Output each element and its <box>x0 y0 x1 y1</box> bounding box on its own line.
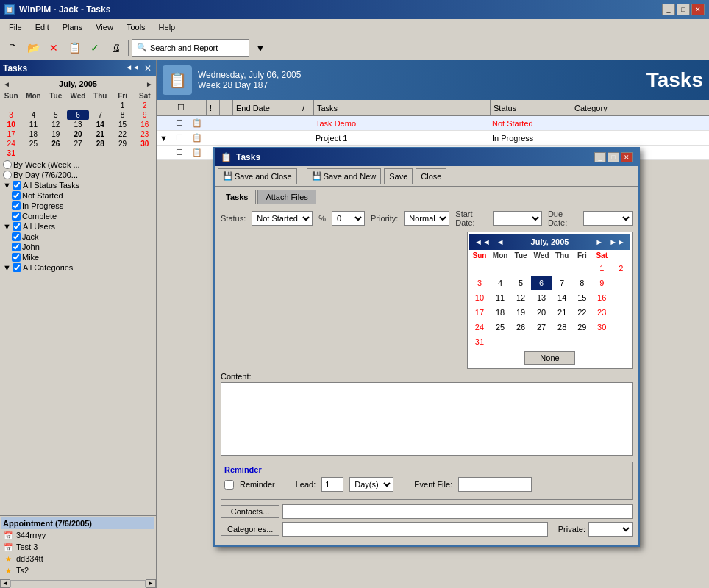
cal-day[interactable]: 29 <box>111 139 133 148</box>
radio-by-day[interactable] <box>3 171 12 179</box>
cal-dd-day[interactable]: 1 <box>592 261 612 276</box>
cal-day[interactable]: 21 <box>89 129 111 139</box>
cal-dd-day[interactable]: 21 <box>552 305 572 320</box>
cal-dd-day[interactable]: 3 <box>469 276 490 290</box>
lead-input[interactable] <box>321 477 343 492</box>
cal-dd-day[interactable] <box>510 261 531 276</box>
event-file-input[interactable] <box>458 477 532 492</box>
cal-day[interactable]: 20 <box>67 129 89 139</box>
cal-dd-day[interactable]: 4 <box>490 276 510 290</box>
cal-dd-day[interactable]: 9 <box>592 276 612 290</box>
cal-day[interactable]: 17 <box>0 129 22 139</box>
tree-user-john[interactable]: John <box>10 242 154 252</box>
none-button[interactable]: None <box>524 351 574 365</box>
cal-dd-prev-prev[interactable]: ◄◄ <box>472 237 493 246</box>
dialog-minimize[interactable]: _ <box>594 152 606 162</box>
copy-button[interactable]: 📋 <box>65 38 84 57</box>
cal-dd-day[interactable]: 7 <box>552 276 572 290</box>
categories-button[interactable]: Categories... <box>221 523 279 536</box>
tree-all-users[interactable]: ▼ All Users <box>1 221 154 232</box>
cal-day[interactable] <box>89 101 111 110</box>
cal-dd-next[interactable]: ► <box>593 237 605 246</box>
tree-user-jack[interactable]: Jack <box>10 232 154 242</box>
cal-day[interactable]: 23 <box>134 129 156 139</box>
col-h-status[interactable]: Status <box>491 100 571 115</box>
cal-dd-day[interactable] <box>552 261 572 276</box>
content-textarea[interactable] <box>221 382 633 456</box>
cal-dd-day[interactable]: 5 <box>510 276 531 290</box>
cal-day[interactable]: 22 <box>111 129 133 139</box>
cal-day[interactable]: 9 <box>134 110 156 120</box>
private-select[interactable] <box>588 522 633 537</box>
tree-all-categories[interactable]: ▼ All Categories <box>1 262 154 273</box>
scroll-right-btn[interactable]: ► <box>146 579 156 588</box>
cal-next-month[interactable]: ► <box>144 80 154 88</box>
cal-dd-day[interactable]: 22 <box>572 305 592 320</box>
tree-by-week[interactable]: By Week (Week ... <box>1 159 154 170</box>
cal-day[interactable] <box>67 101 89 110</box>
cal-day[interactable]: 25 <box>22 139 44 148</box>
cb-all-users[interactable] <box>13 222 21 231</box>
cal-dd-today[interactable]: 6 <box>531 276 552 290</box>
row-check[interactable]: ☐ <box>173 133 189 143</box>
cal-day[interactable]: 26 <box>45 139 67 148</box>
col-h-enddate[interactable]: End Date <box>233 100 299 115</box>
cb-mike[interactable] <box>12 253 21 262</box>
maximize-button[interactable]: □ <box>677 4 690 15</box>
cal-day[interactable]: 8 <box>111 110 133 120</box>
start-date-select[interactable] <box>493 211 542 226</box>
table-row[interactable]: ▼ ☐ 📋 Project 1 In Progress <box>157 131 709 146</box>
cal-day[interactable]: 30 <box>134 139 156 148</box>
col-h-category[interactable]: Category <box>571 100 652 115</box>
cal-dd-day[interactable] <box>469 261 490 276</box>
search-dropdown[interactable]: ▼ <box>251 38 270 57</box>
appt-item-2[interactable]: ★ dd334tt <box>1 553 154 564</box>
status-select[interactable]: Not Started In Progress Complete Cancell… <box>252 211 313 226</box>
search-report-button[interactable]: 🔍 Search and Report <box>132 39 249 57</box>
cal-dd-day[interactable]: 16 <box>592 290 612 305</box>
row-expand[interactable]: ▼ <box>157 134 173 143</box>
close-button[interactable]: ✕ <box>691 4 705 15</box>
cal-day[interactable]: 28 <box>89 139 111 148</box>
cal-day[interactable] <box>45 101 67 110</box>
cal-dd-day[interactable] <box>531 261 552 276</box>
menu-tools[interactable]: Tools <box>121 21 152 33</box>
cal-dd-day[interactable]: 17 <box>469 305 490 320</box>
cal-dd-day[interactable]: 12 <box>510 290 531 305</box>
cal-day[interactable]: 27 <box>67 139 89 148</box>
percent-select[interactable]: 0102030 40506070 8090100 <box>332 211 365 226</box>
close-dialog-button[interactable]: Close <box>416 168 446 184</box>
table-row[interactable]: ☐ 📋 Task Demo Not Started <box>157 116 709 131</box>
menu-plans[interactable]: Plans <box>57 21 89 33</box>
cal-day[interactable]: 12 <box>45 120 67 129</box>
tree-all-status[interactable]: ▼ All Status Tasks <box>1 180 154 190</box>
left-panel-scrollbar[interactable]: ◄ ► <box>0 578 156 588</box>
col-h-check[interactable]: ☐ <box>174 100 190 115</box>
cal-dd-prev[interactable]: ◄ <box>494 237 507 246</box>
scroll-left-btn[interactable]: ◄ <box>0 579 10 588</box>
cal-day[interactable]: 19 <box>45 129 67 139</box>
cal-dd-day[interactable]: 23 <box>592 305 612 320</box>
cal-dd-day[interactable]: 14 <box>552 290 572 305</box>
cal-dd-day[interactable]: 8 <box>572 276 592 290</box>
tab-attach-files[interactable]: Attach Files <box>257 190 316 204</box>
delete-button[interactable]: ✕ <box>44 38 63 57</box>
dialog-close[interactable]: ✕ <box>621 152 633 162</box>
cal-dd-day[interactable]: 26 <box>510 320 531 334</box>
cal-dd-day[interactable]: 11 <box>490 290 510 305</box>
row-check[interactable]: ☐ <box>173 148 189 157</box>
cal-day[interactable]: 31 <box>0 148 22 158</box>
cal-day[interactable] <box>0 101 22 110</box>
cal-day[interactable]: 18 <box>22 129 44 139</box>
row-check[interactable]: ☐ <box>173 118 189 128</box>
cal-dd-day[interactable]: 28 <box>552 320 572 334</box>
cal-dd-day[interactable]: 31 <box>469 334 490 349</box>
cal-day[interactable]: 15 <box>111 120 133 129</box>
cb-complete[interactable] <box>12 212 21 220</box>
dialog-maximize[interactable]: □ <box>608 152 619 162</box>
cal-dd-day[interactable]: 30 <box>592 320 612 334</box>
cal-day[interactable]: 10 <box>0 120 22 129</box>
cal-close[interactable]: ✕ <box>143 63 153 74</box>
cal-day[interactable]: 4 <box>22 110 44 120</box>
appt-item-0[interactable]: 📅 344rrryy <box>1 529 154 541</box>
